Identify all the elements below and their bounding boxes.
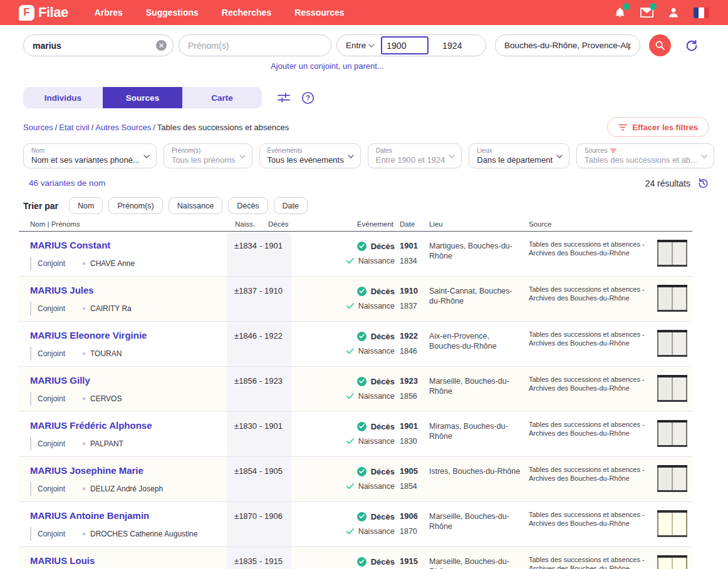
france-flag-icon[interactable] <box>694 8 709 18</box>
sort-by-naissance[interactable]: Naissance <box>169 197 222 214</box>
record-thumbnail[interactable] <box>657 510 687 537</box>
filter-evenements[interactable]: Événements Tous les événements <box>259 143 361 168</box>
search-history-button[interactable] <box>697 177 709 189</box>
person-name-link[interactable]: MARIUS Constant <box>30 240 110 250</box>
relation-label: Conjoint <box>38 349 76 358</box>
death-check-circle-icon <box>357 332 367 341</box>
brand-name: Filae <box>38 4 68 21</box>
last-name-input[interactable] <box>33 41 156 51</box>
person-name-link[interactable]: MARIUS Gilly <box>30 375 90 386</box>
messages-envelope-icon[interactable] <box>640 6 653 19</box>
notifications-bell-icon[interactable] <box>613 6 627 19</box>
result-row: MARIUS Josephine Marie Conjoint DELUZ An… <box>19 457 692 502</box>
sort-by-date[interactable]: Date <box>274 197 308 214</box>
event-years: 1901 1834 <box>395 232 424 276</box>
record-thumbnail[interactable] <box>657 375 687 402</box>
record-thumbnail[interactable] <box>657 420 687 447</box>
event-place: Marseille, Bouches-du-Rhône <box>424 367 529 411</box>
filter-dates[interactable]: Dates Entre 1900 et 1924 <box>368 143 462 168</box>
breadcrumb-etat-civil[interactable]: Etat civil <box>59 123 89 132</box>
clear-filters-button[interactable]: Effacer les filtres <box>607 117 709 137</box>
birth-check-icon <box>346 528 354 535</box>
filter-lieux[interactable]: Lieux Dans le département <box>469 143 569 168</box>
app-header: F Filae Arbres Suggestions Recherches Re… <box>0 0 728 25</box>
person-name-link[interactable]: MARIUS Jules <box>30 285 94 295</box>
year-from-input[interactable] <box>381 36 429 54</box>
year-to-input[interactable] <box>431 41 476 51</box>
spouse-name: CAIRITY Ra <box>90 304 132 313</box>
tab-individus[interactable]: Individus <box>23 87 103 108</box>
result-row: MARIUS Louis ±1835 - 1915 Décès Naissanc… <box>19 547 692 569</box>
event-death-label: Décès <box>371 422 395 431</box>
spouse-name: CHAVE Anne <box>90 259 135 268</box>
filter-prenoms[interactable]: Prénom(s) Tous les prénoms <box>164 143 252 168</box>
tab-carte[interactable]: Carte <box>182 87 262 108</box>
breadcrumb-autres-sources[interactable]: Autres Sources <box>95 123 151 132</box>
event-death-year: 1910 <box>400 286 424 296</box>
relation-label: Conjoint <box>38 259 76 268</box>
first-name-input[interactable] <box>188 41 322 51</box>
sort-by-nom[interactable]: Nom <box>69 197 103 214</box>
reset-search-button[interactable] <box>685 39 699 53</box>
filae-logo[interactable]: F Filae <box>19 4 68 21</box>
nav-item-recherches[interactable]: Recherches <box>222 8 271 18</box>
record-thumbnail[interactable] <box>657 555 687 569</box>
breadcrumb-sources[interactable]: Sources <box>23 123 53 132</box>
date-range-group: Entre <box>336 34 486 56</box>
person-name-link[interactable]: MARIUS Antoine Benjamin <box>30 510 149 521</box>
nav-item-suggestions[interactable]: Suggestions <box>146 8 199 18</box>
person-name-link[interactable]: MARIUS Frédéric Alphonse <box>30 420 152 431</box>
record-thumbnail[interactable] <box>657 330 687 357</box>
person-name-link[interactable]: MARIUS Eleonore Virginie <box>30 330 147 341</box>
add-relative-link[interactable]: Ajouter un conjoint, un parent... <box>271 61 384 71</box>
event-death-label: Décès <box>371 242 395 251</box>
event-years: 1901 1830 <box>395 412 424 456</box>
event-death-year: 1922 <box>400 331 424 341</box>
event-birth-label: Naissance <box>358 257 395 265</box>
filter-nom[interactable]: Nom Nom et ses variantes phoné... <box>23 143 157 168</box>
person-name-link[interactable]: MARIUS Louis <box>30 555 95 566</box>
record-source: Tables des successions et absences - Arc… <box>529 502 657 546</box>
death-year: 1922 <box>264 332 283 341</box>
sort-by-deces[interactable]: Décès <box>228 197 268 214</box>
svg-text:?: ? <box>306 94 310 101</box>
result-row: MARIUS Frédéric Alphonse Conjoint PALPAN… <box>19 412 692 457</box>
bullet-icon <box>83 397 85 400</box>
events-cell: Décès Naissance <box>291 547 395 569</box>
event-birth-label: Naissance <box>358 392 395 401</box>
name-variants-link[interactable]: 46 variantes de nom <box>29 178 105 188</box>
sliders-icon <box>277 91 291 104</box>
spouse-name: DELUZ André Joseph <box>90 484 163 493</box>
birth-check-icon <box>346 483 354 490</box>
event-death-year: 1906 <box>400 511 424 521</box>
chevron-down-icon <box>556 153 563 160</box>
record-thumbnail[interactable] <box>657 465 687 492</box>
search-button[interactable] <box>649 34 671 56</box>
record-source: Tables des successions et absences - Arc… <box>529 457 657 501</box>
sort-by-prenoms[interactable]: Prénom(s) <box>108 197 162 214</box>
range-operator-select[interactable]: Entre <box>346 41 366 50</box>
dates-separator: - <box>259 377 262 386</box>
filter-sources[interactable]: Sources Tables des successions et ab... <box>576 143 714 168</box>
tab-sources[interactable]: Sources <box>103 87 182 108</box>
help-button[interactable]: ? <box>301 91 315 105</box>
clear-last-name-icon[interactable]: ✕ <box>156 40 167 51</box>
record-thumbnail[interactable] <box>657 240 687 267</box>
bullet-icon <box>83 488 85 490</box>
event-place: Martigues, Bouches-du-Rhône <box>424 232 529 276</box>
record-thumbnail[interactable] <box>657 285 687 312</box>
person-name-link[interactable]: MARIUS Josephine Marie <box>30 465 143 476</box>
event-death-label: Décès <box>371 287 395 296</box>
birth-check-icon <box>346 303 354 309</box>
chevron-down-icon <box>368 43 375 49</box>
place-input[interactable] <box>504 41 631 50</box>
nav-item-ressources[interactable]: Ressources <box>294 8 344 18</box>
birth-check-icon <box>346 438 354 444</box>
event-birth-label: Naissance <box>358 302 395 310</box>
message-badge <box>650 3 657 10</box>
nav-item-arbres[interactable]: Arbres <box>95 8 123 18</box>
event-death-label: Décès <box>371 467 395 476</box>
life-dates: ±1846 - 1922 <box>227 322 291 366</box>
account-person-icon[interactable] <box>667 6 680 19</box>
advanced-filters-button[interactable] <box>277 91 291 104</box>
